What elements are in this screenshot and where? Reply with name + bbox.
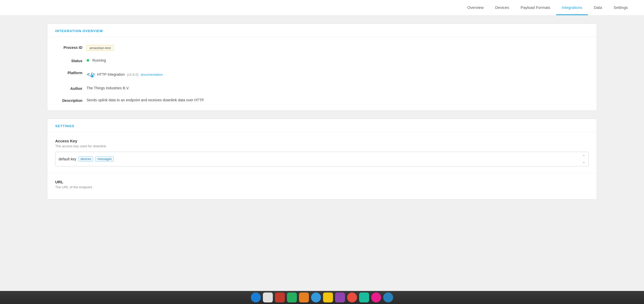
documentation-link[interactable]: documentation xyxy=(140,73,163,77)
process-id-label: Process ID xyxy=(55,45,87,50)
access-key-tag-devices: devices xyxy=(78,156,93,162)
access-key-group: Access Key The access key used for downl… xyxy=(47,132,597,173)
description-value: Sends uplink data to an endpoint and rec… xyxy=(87,98,589,102)
taskbar-icon-4[interactable] xyxy=(287,293,297,302)
status-value: Running xyxy=(87,58,589,62)
access-key-select-left: default key devices messages xyxy=(59,156,114,162)
process-id-value: amazelan-test xyxy=(87,45,589,51)
taskbar-icon-10[interactable] xyxy=(359,293,369,302)
taskbar-icon-9[interactable] xyxy=(347,293,357,302)
settings-card: SETTINGS Access Key The access key used … xyxy=(47,119,597,200)
process-id-row: Process ID amazelan-test xyxy=(55,45,589,51)
integration-overview-card: INTEGRATION OVERVIEW Process ID amazelan… xyxy=(47,24,597,111)
tab-data[interactable]: Data xyxy=(588,1,608,15)
platform-row: Platform </> HTTP Integration (v2.6.0) d… xyxy=(55,70,589,79)
settings-header: SETTINGS xyxy=(47,119,597,132)
description-row: Description Sends uplink data to an endp… xyxy=(55,98,589,103)
taskbar-icon-5[interactable] xyxy=(299,293,309,302)
description-text: Sends uplink data to an endpoint and rec… xyxy=(87,98,204,102)
url-group: URL The URL of the endpoint xyxy=(47,173,597,199)
top-navigation: Overview Devices Payload Formats Integra… xyxy=(0,0,644,16)
author-value: The Things Industries B.V. xyxy=(87,86,589,90)
taskbar-icon-11[interactable] xyxy=(371,293,381,302)
access-key-name: default key xyxy=(59,157,76,161)
access-key-description: The access key used for downlink xyxy=(55,144,589,148)
access-key-select[interactable]: default key devices messages ⌃⌄ xyxy=(55,152,589,166)
tab-integrations[interactable]: Integrations xyxy=(556,1,588,15)
http-integration-svg: </> xyxy=(87,71,95,78)
taskbar-icon-3[interactable] xyxy=(275,293,285,302)
url-title: URL xyxy=(55,180,589,184)
tab-settings[interactable]: Settings xyxy=(608,1,634,15)
description-label: Description xyxy=(55,98,87,103)
taskbar-icon-7[interactable] xyxy=(323,293,333,302)
taskbar-icon-8[interactable] xyxy=(335,293,345,302)
platform-icon: </> xyxy=(87,70,95,79)
integration-overview-title: INTEGRATION OVERVIEW xyxy=(55,29,589,33)
process-id-badge: amazelan-test xyxy=(87,45,114,51)
platform-name: HTTP Integration xyxy=(97,72,125,77)
taskbar xyxy=(0,291,644,304)
taskbar-icon-1[interactable] xyxy=(251,293,261,302)
tab-payload-formats[interactable]: Payload Formats xyxy=(515,1,556,15)
taskbar-icon-6[interactable] xyxy=(311,293,321,302)
tab-devices[interactable]: Devices xyxy=(489,1,515,15)
main-content: INTEGRATION OVERVIEW Process ID amazelan… xyxy=(0,16,644,215)
author-label: Author xyxy=(55,86,87,91)
author-text: The Things Industries B.V. xyxy=(87,86,129,90)
platform-version: (v2.6.0) xyxy=(127,73,138,77)
integration-overview-body: Process ID amazelan-test Status Running … xyxy=(47,37,597,110)
taskbar-icon-2[interactable] xyxy=(263,293,273,302)
author-row: Author The Things Industries B.V. xyxy=(55,86,589,91)
status-text: Running xyxy=(92,58,106,62)
taskbar-icon-12[interactable] xyxy=(383,293,393,302)
integration-overview-header: INTEGRATION OVERVIEW xyxy=(47,24,597,37)
status-label: Status xyxy=(55,58,87,63)
settings-title: SETTINGS xyxy=(55,124,589,128)
tab-overview[interactable]: Overview xyxy=(461,1,489,15)
access-key-tag-messages: messages xyxy=(95,156,114,162)
status-indicator xyxy=(87,59,89,62)
access-key-title: Access Key xyxy=(55,139,589,143)
platform-label: Platform xyxy=(55,70,87,75)
nav-tab-list: Overview Devices Payload Formats Integra… xyxy=(461,1,634,15)
status-row: Status Running xyxy=(55,58,589,63)
url-description: The URL of the endpoint xyxy=(55,185,589,189)
chevron-updown-icon: ⌃⌄ xyxy=(582,154,585,164)
platform-value: </> HTTP Integration (v2.6.0) documentat… xyxy=(87,70,589,79)
